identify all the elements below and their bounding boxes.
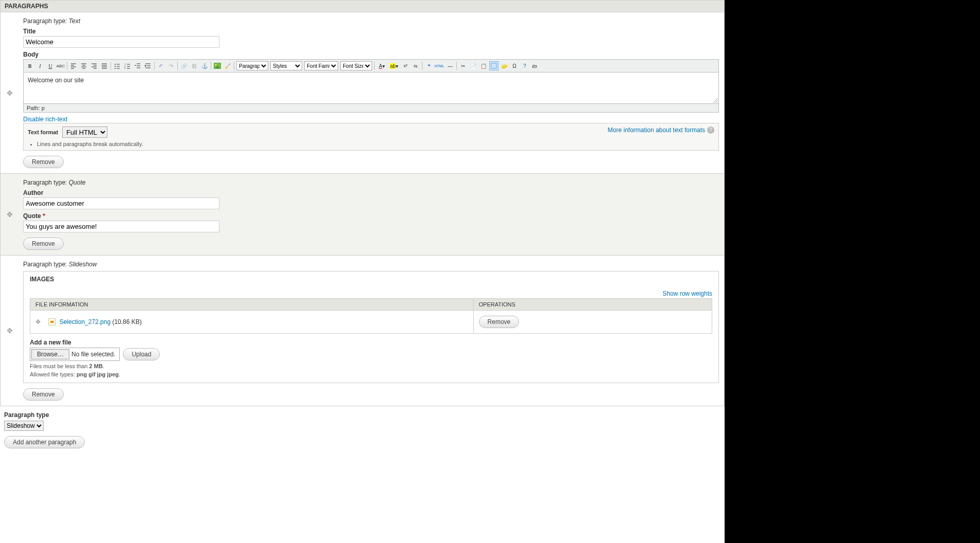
file-size: (10.86 KB) [110,318,142,325]
numbered-list-icon[interactable]: 123 [123,61,132,70]
bg-color-icon[interactable]: ab▾ [389,61,400,70]
svg-point-20 [115,68,116,69]
align-center-icon[interactable] [79,61,88,70]
svg-rect-39 [491,63,496,68]
title-input[interactable] [23,36,219,48]
styles-select[interactable]: Styles [270,61,302,70]
image-icon[interactable] [213,61,222,70]
images-table: FILE INFORMATION OPERATIONS ✥ Selection_… [30,298,712,334]
paragraph-type-label: Paragraph type [4,411,720,419]
copy-icon[interactable]: 📄 [469,61,478,70]
link-icon[interactable]: 🔗 [179,61,189,70]
indent-icon[interactable] [143,61,153,70]
black-margin [725,0,980,454]
no-file-text: No file selected. [71,351,118,358]
hr-icon[interactable]: — [446,61,455,70]
toolbar-separator [154,62,155,70]
paragraph-type-value: Slideshow [69,261,97,268]
remove-file-button[interactable]: Remove [479,316,520,328]
more-info-link[interactable]: More information about text formats [608,126,705,134]
svg-point-18 [115,66,116,67]
upload-button[interactable]: Upload [123,348,160,360]
paragraph-type-select[interactable]: Slideshow [4,421,44,431]
align-justify-icon[interactable] [100,61,109,70]
drag-handle-icon[interactable]: ✥ [35,318,47,325]
align-right-icon[interactable] [89,61,99,70]
help-icon[interactable]: ? [520,61,529,70]
align-left-icon[interactable] [69,61,78,70]
paragraph-item-text: ✥ Paragraph type: Text Title Body B I U … [0,12,725,174]
cleanup-icon[interactable]: 🧹 [223,61,232,70]
editor-toolbar: B I U ABC 123 ↶ ↷ 🔗 ⛓ ⚓ [24,60,718,73]
body-label: Body [23,51,719,58]
svg-line-40 [713,98,718,103]
remove-paragraph-button[interactable]: Remove [23,238,64,250]
author-input[interactable] [23,197,219,209]
resize-handle-icon[interactable] [712,97,718,103]
title-label: Title [23,28,719,35]
drag-handle-icon[interactable]: ✥ [7,210,13,219]
outdent-icon[interactable] [133,61,142,70]
underline-icon[interactable]: U [46,61,55,70]
blockquote-icon[interactable]: ❝ [424,61,433,70]
file-link[interactable]: Selection_272.png [60,318,110,325]
cut-icon[interactable]: ✂ [458,61,468,70]
add-paragraph-section: Paragraph type Slideshow Add another par… [0,406,725,454]
paste-icon[interactable]: 📋 [479,61,488,70]
editor-path[interactable]: Path: p [24,103,718,112]
guidelines-icon[interactable] [489,61,498,70]
toolbar-separator [177,62,178,70]
text-format-row: Text format Full HTML Lines and paragrap… [23,123,719,151]
redo-icon[interactable]: ↷ [167,61,176,70]
toolbar-separator [67,62,67,70]
remove-paragraph-button[interactable]: Remove [23,156,64,168]
undo-icon[interactable]: ↶ [156,61,165,70]
disable-richtext-link[interactable]: Disable rich-text [23,116,67,123]
paragraph-type-label: Paragraph type: [23,17,69,25]
paragraph-type-value: Quote [69,179,86,186]
font-family-select[interactable]: Font Family [304,61,338,70]
media-icon[interactable]: 🗁 [530,61,540,70]
unlink-icon[interactable]: ⛓ [190,61,199,70]
superscript-icon[interactable]: x² [401,61,410,70]
file-input[interactable]: Browse… No file selected. [30,348,120,361]
format-select[interactable]: Paragraph [236,61,268,70]
drag-handle-icon[interactable]: ✥ [7,89,13,97]
paragraph-type-value: Text [69,17,80,25]
help-tip-icon[interactable]: ? [707,126,714,134]
images-fieldset: IMAGES Show row weights FILE INFORMATION… [23,271,719,383]
special-char-icon[interactable]: Ω [510,61,519,70]
font-size-select[interactable]: Font Size [340,61,372,70]
author-label: Author [23,189,719,196]
svg-marker-29 [135,65,136,66]
paragraph-type-line: Paragraph type: Text [23,17,719,25]
paragraph-type-line: Paragraph type: Slideshow [23,261,719,268]
bold-icon[interactable]: B [25,61,34,70]
quote-input[interactable] [23,221,219,232]
editor-content[interactable]: Welcome on our site [24,73,718,103]
bullet-list-icon[interactable] [113,61,122,70]
svg-point-37 [215,64,217,66]
format-help-item: Lines and paragraphs break automatically… [37,141,143,147]
strikethrough-icon[interactable]: ABC [56,61,65,70]
show-row-weights-link[interactable]: Show row weights [662,290,712,297]
text-color-icon[interactable]: A▾ [376,61,387,70]
text-format-select[interactable]: Full HTML [62,126,107,138]
anchor-icon[interactable]: ⚓ [200,61,209,70]
paragraph-type-label: Paragraph type: [23,179,69,186]
remove-paragraph-button[interactable]: Remove [23,388,64,401]
text-format-label: Text format [28,129,58,135]
remove-format-icon[interactable]: 🧽 [500,61,509,70]
paragraph-item-quote: ✥ Paragraph type: Quote Author Quote * R… [0,174,725,256]
drag-handle-icon[interactable]: ✥ [7,327,13,335]
browse-button[interactable]: Browse… [31,349,69,359]
italic-icon[interactable]: I [35,61,45,70]
add-paragraph-button[interactable]: Add another paragraph [4,436,85,448]
quote-label: Quote * [23,212,719,220]
svg-text:3: 3 [124,67,126,69]
html-source-icon[interactable]: HTML [434,61,445,70]
svg-point-16 [115,64,116,65]
rich-text-editor: B I U ABC 123 ↶ ↷ 🔗 ⛓ ⚓ [23,59,719,113]
paragraphs-heading: PARAGRAPHS [0,0,725,12]
subscript-icon[interactable]: x₂ [411,61,420,70]
